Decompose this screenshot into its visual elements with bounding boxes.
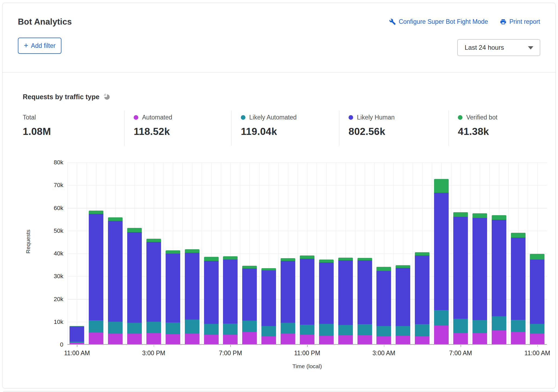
bar-2-00-am-15[interactable] — [355, 162, 374, 344]
page-title: Bot Analytics — [18, 17, 72, 27]
segment-automated — [166, 334, 180, 344]
segment-likely-automated — [185, 320, 199, 333]
stat-label: Total — [23, 114, 36, 121]
configure-super-bot-fight-mode-link[interactable]: Configure Super Bot Fight Mode — [389, 18, 488, 25]
bar-4-00-am-17[interactable] — [393, 162, 413, 344]
bar-4-00-pm-5[interactable] — [163, 162, 182, 344]
bar-5-00-am-18[interactable] — [413, 162, 432, 344]
segment-automated — [396, 336, 410, 344]
y-tick-10k: 10k — [54, 318, 63, 325]
segment-likely-human — [146, 242, 161, 322]
segment-likely-automated — [300, 325, 314, 334]
segment-automated — [415, 336, 429, 344]
segment-automated — [338, 335, 353, 344]
segment-likely-automated — [146, 322, 161, 333]
bar-11-00-pm-12[interactable] — [298, 162, 317, 344]
time-range-select[interactable]: Last 24 hours — [457, 39, 540, 56]
bar-2-00-pm-3[interactable] — [125, 162, 144, 344]
bar-5-00-pm-6[interactable] — [182, 162, 202, 344]
segment-likely-human — [357, 260, 372, 324]
stat-total: Total1.08M — [23, 111, 124, 146]
segment-automated — [434, 325, 449, 344]
stat-value: 802.56k — [349, 126, 448, 137]
segment-automated — [70, 343, 84, 344]
segment-likely-automated — [319, 324, 334, 336]
segment-verified-bot — [319, 260, 334, 262]
segment-likely-human — [223, 260, 238, 324]
segment-verified-bot — [223, 256, 238, 260]
bar-10-00-pm-11[interactable] — [278, 162, 298, 344]
stat-label: Automated — [142, 114, 172, 121]
bar-3-00-pm-4[interactable] — [144, 162, 163, 344]
stat-verified-bot: Verified bot41.38k — [448, 111, 497, 146]
segment-automated — [511, 332, 526, 344]
add-filter-label: Add filter — [31, 42, 55, 49]
segment-likely-human — [185, 253, 199, 320]
add-filter-button[interactable]: + Add filter — [18, 38, 61, 54]
x-tick-7-00-pm: 7:00 PM — [219, 350, 242, 357]
stats-row: Total1.08MAutomated118.52kLikely Automat… — [23, 111, 540, 146]
bar-10-00-am-23[interactable] — [508, 162, 528, 344]
bar-6-00-am-19[interactable] — [432, 162, 451, 344]
x-tick-7-00-am: 7:00 AM — [449, 350, 472, 357]
segment-likely-automated — [396, 326, 410, 335]
stat-label: Likely Automated — [249, 114, 297, 121]
stat-value: 41.38k — [458, 126, 497, 137]
plus-icon: + — [24, 42, 28, 49]
bar-7-00-am-20[interactable] — [451, 162, 470, 344]
bar-1-00-am-14[interactable] — [336, 162, 355, 344]
x-tick-11-00-am: 11:00 AM — [524, 350, 550, 357]
x-tick-mark — [384, 345, 385, 347]
bar-8-00-pm-9[interactable] — [240, 162, 259, 344]
segment-likely-human — [242, 268, 257, 321]
bar-6-00-pm-7[interactable] — [202, 162, 221, 344]
segment-likely-human — [166, 254, 180, 323]
printer-icon — [500, 18, 507, 25]
controls-row: + Add filter Last 24 hours — [18, 38, 540, 56]
segment-likely-human — [70, 327, 84, 342]
stat-label: Verified bot — [466, 114, 497, 121]
header-divider — [2, 72, 556, 72]
chevron-down-icon — [528, 46, 533, 49]
segment-automated — [146, 333, 161, 344]
stat-automated: Automated118.52k — [124, 111, 231, 146]
segment-likely-automated — [492, 316, 506, 330]
bar-8-00-am-21[interactable] — [470, 162, 489, 344]
plot-area — [67, 162, 547, 345]
stat-value: 119.04k — [241, 126, 339, 137]
x-tick-mark — [77, 345, 77, 347]
segment-likely-human — [472, 218, 487, 320]
segment-likely-automated — [223, 324, 238, 334]
segment-verified-bot — [108, 217, 123, 221]
segment-likely-automated — [376, 326, 391, 336]
x-tick-mark — [230, 345, 231, 347]
segment-verified-bot — [89, 211, 103, 214]
header: Bot Analytics Configure Super Bot Fight … — [18, 17, 540, 27]
segment-likely-automated — [357, 324, 372, 335]
bar-9-00-pm-10[interactable] — [259, 162, 278, 344]
segment-verified-bot — [166, 250, 180, 254]
wrench-icon — [389, 18, 396, 25]
bar-12-00-pm-1[interactable] — [87, 162, 106, 344]
segment-verified-bot — [492, 215, 506, 220]
x-tick-mark — [307, 345, 308, 347]
segment-verified-bot — [530, 254, 544, 260]
segment-likely-automated — [127, 323, 142, 334]
segment-verified-bot — [338, 258, 353, 260]
bar-11-00-am-24[interactable] — [528, 162, 547, 344]
print-report-link[interactable]: Print report — [500, 18, 540, 25]
bar-7-00-pm-8[interactable] — [221, 162, 240, 344]
legend-dot — [241, 115, 245, 120]
bar-3-00-am-16[interactable] — [374, 162, 393, 344]
bar-12-00-am-13[interactable] — [317, 162, 336, 344]
y-tick-30k: 30k — [54, 273, 63, 280]
y-tick-80k: 80k — [54, 159, 63, 166]
x-tick-mark — [461, 345, 461, 347]
segment-verified-bot — [357, 258, 372, 260]
bar-1-00-pm-2[interactable] — [106, 162, 125, 344]
bar-11-00-am-0[interactable] — [67, 162, 87, 344]
stat-label: Likely Human — [357, 114, 395, 121]
segment-likely-automated — [434, 310, 449, 325]
bar-9-00-am-22[interactable] — [489, 162, 508, 344]
y-tick-70k: 70k — [54, 182, 63, 189]
